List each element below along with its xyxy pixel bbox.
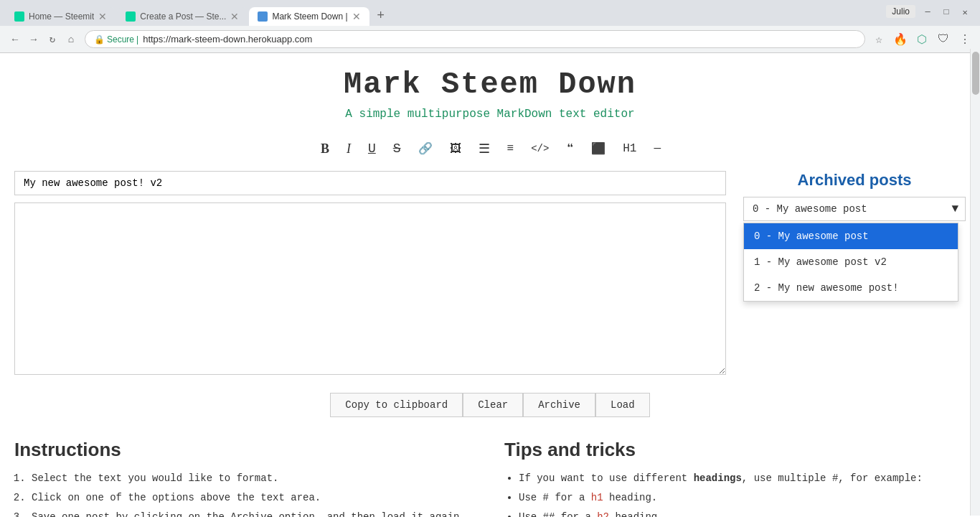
italic-button[interactable]: I	[342, 138, 355, 159]
extension-fire[interactable]: 🔥	[892, 32, 908, 47]
tips-list: If you want to use different headings, u…	[504, 471, 966, 517]
bottom-section: Instructions Select the text you would l…	[14, 439, 966, 517]
home-button[interactable]: ⌂	[63, 32, 79, 47]
instruction-item-1: Select the text you would like to format…	[32, 471, 476, 486]
action-buttons: Copy to clipboard Clear Archive Load	[14, 393, 966, 417]
scrollbar[interactable]	[970, 49, 980, 516]
underline-button[interactable]: U	[364, 138, 380, 159]
menu-button[interactable]: ⋮	[957, 32, 973, 47]
tips-section: Tips and tricks If you want to use diffe…	[504, 439, 966, 517]
tip-item-1: If you want to use different headings, u…	[519, 471, 966, 486]
formatting-toolbar: B I U S 🔗 🖼 ☰ ≡ </> ❝ ⬛ H1 —	[14, 138, 966, 159]
code-button[interactable]: </>	[527, 138, 553, 159]
instructions-heading: Instructions	[14, 439, 476, 461]
extension-puzzle[interactable]: ⬡	[914, 32, 930, 47]
tab-create[interactable]: Create a Post — Ste... ✕	[117, 7, 248, 26]
close-window-button[interactable]: ✕	[957, 4, 973, 20]
refresh-button[interactable]: ↻	[44, 32, 60, 47]
editor-right: Archived posts 0 - My awesome post 1 - M…	[743, 171, 966, 378]
page-subtitle: A simple multipurpose MarkDown text edit…	[14, 108, 966, 121]
instruction-item-3: Save one post by clicking on the Archive…	[32, 510, 476, 517]
bold-button[interactable]: B	[316, 138, 334, 159]
tip-item-2: Use # for a h1 heading.	[519, 490, 966, 506]
archive-dropdown[interactable]: 0 - My awesome post 1 - My awesome post …	[743, 223, 958, 302]
tab-favicon-create	[126, 11, 136, 22]
secure-indicator: 🔒 Secure |	[94, 34, 138, 45]
dropdown-item-1[interactable]: 1 - My awesome post v2	[744, 249, 958, 275]
unordered-list-button[interactable]: ☰	[474, 138, 494, 159]
scrollbar-thumb[interactable]	[972, 52, 979, 95]
dropdown-item-2[interactable]: 2 - My new awesome post!	[744, 275, 958, 301]
tab-mark-label: Mark Steem Down |	[272, 11, 347, 22]
tab-mark[interactable]: Mark Steem Down | ✕	[249, 7, 369, 26]
load-button[interactable]: Load	[595, 393, 650, 417]
forward-button[interactable]: →	[26, 32, 42, 47]
hr-button[interactable]: —	[649, 138, 664, 159]
tab-create-label: Create a Post — Ste...	[140, 11, 226, 22]
archive-button[interactable]: Archive	[523, 393, 595, 417]
window-controls: — □ ✕	[920, 4, 973, 20]
editor-section: Archived posts 0 - My awesome post 1 - M…	[14, 171, 966, 378]
align-button[interactable]: ⬛	[587, 138, 610, 159]
nav-buttons: ← → ↻ ⌂	[7, 32, 79, 47]
tab-home[interactable]: Home — Steemit ✕	[6, 7, 116, 26]
quote-button[interactable]: ❝	[562, 138, 578, 159]
instructions-section: Instructions Select the text you would l…	[14, 439, 476, 517]
post-content-textarea[interactable]	[14, 202, 726, 375]
new-tab-button[interactable]: +	[371, 6, 391, 26]
ordered-list-button[interactable]: ≡	[503, 138, 519, 159]
editor-left	[14, 171, 726, 378]
extension-shield[interactable]: 🛡	[936, 32, 951, 47]
minimize-button[interactable]: —	[920, 4, 936, 20]
url-bar[interactable]: 🔒 Secure | https://mark-steem-down.herok…	[85, 30, 865, 48]
browser-chrome: Home — Steemit ✕ Create a Post — Ste... …	[0, 0, 980, 53]
tab-favicon-mark	[258, 11, 268, 22]
link-button[interactable]: 🔗	[414, 138, 437, 159]
archived-posts-heading: Archived posts	[743, 171, 966, 190]
page-content: Mark Steem Down A simple multipurpose Ma…	[0, 53, 980, 517]
image-button[interactable]: 🖼	[446, 138, 466, 159]
tab-favicon-home	[14, 11, 24, 22]
bookmark-button[interactable]: ☆	[871, 32, 887, 47]
address-bar: ← → ↻ ⌂ 🔒 Secure | https://mark-steem-do…	[0, 26, 980, 52]
browser-actions: ☆ 🔥 ⬡ 🛡 ⋮	[871, 32, 973, 47]
tab-home-label: Home — Steemit	[29, 11, 94, 22]
profile-area: Julio	[886, 5, 915, 18]
clear-button[interactable]: Clear	[463, 393, 523, 417]
strikethrough-button[interactable]: S	[389, 138, 405, 159]
archive-select-wrapper: 0 - My awesome post 1 - My awesome post …	[743, 197, 966, 221]
dropdown-item-0[interactable]: 0 - My awesome post	[744, 223, 958, 249]
maximize-button[interactable]: □	[938, 4, 954, 20]
tab-create-close[interactable]: ✕	[230, 11, 239, 22]
back-button[interactable]: ←	[7, 32, 23, 47]
post-title-input[interactable]	[14, 171, 726, 195]
tip-item-3: Use ## for a h2 heading.	[519, 510, 966, 517]
instructions-list: Select the text you would like to format…	[14, 471, 476, 517]
copy-clipboard-button[interactable]: Copy to clipboard	[330, 393, 463, 417]
tab-bar: Home — Steemit ✕ Create a Post — Ste... …	[0, 0, 980, 26]
tab-home-close[interactable]: ✕	[98, 11, 107, 22]
tab-mark-close[interactable]: ✕	[352, 11, 361, 22]
tips-heading: Tips and tricks	[504, 439, 966, 461]
heading-button[interactable]: H1	[618, 138, 641, 159]
page-title: Mark Steem Down	[14, 67, 966, 102]
url-text: https://mark-steem-down.herokuapp.com	[143, 34, 312, 45]
archive-select[interactable]: 0 - My awesome post 1 - My awesome post …	[743, 197, 966, 221]
instruction-item-2: Click on one of the options above the te…	[32, 490, 476, 506]
